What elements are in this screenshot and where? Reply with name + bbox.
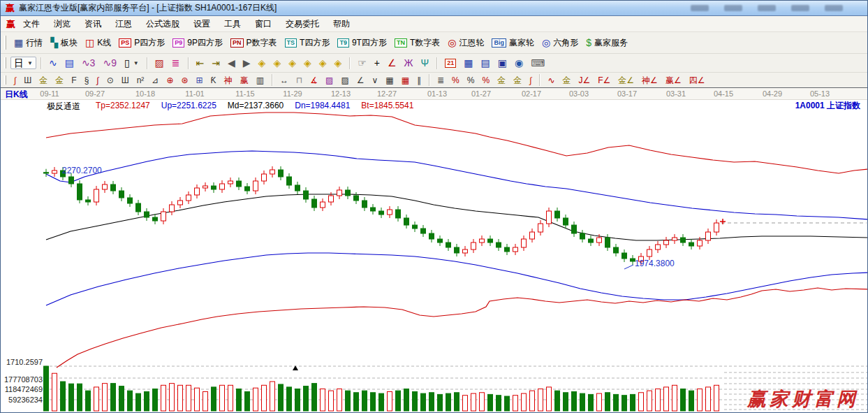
spiral-tool[interactable]: § — [81, 75, 93, 86]
quotes-button[interactable]: ▦行情 — [10, 36, 46, 50]
menu-item-settings[interactable]: 设置 — [187, 17, 216, 31]
winner-wheel-button[interactable]: Big赢家轮 — [488, 36, 538, 50]
sketch-tool[interactable]: ∿ — [45, 57, 61, 69]
menu-item-trade[interactable]: 交易委托 — [279, 17, 325, 31]
t-digit-table-button[interactable]: TNT数字表 — [391, 36, 443, 50]
trend-angle-tool[interactable]: ∠ — [353, 75, 368, 86]
gold-grid2-tool[interactable]: 金 — [52, 75, 67, 86]
percent-line-tool[interactable]: % — [448, 75, 463, 86]
9t-square-button[interactable]: T99T四方形 — [334, 36, 390, 50]
menu-item-formula-pick[interactable]: 公式选股 — [140, 17, 186, 31]
f-grid-tool[interactable]: F — [68, 75, 80, 86]
gold-angle-tool[interactable]: 金∠ — [615, 75, 638, 86]
web-button[interactable]: ◉ — [511, 57, 527, 69]
menu-item-file[interactable]: 文件 — [17, 17, 46, 31]
p-square-button[interactable]: PSP四方形 — [115, 36, 168, 50]
gann-diamond-left-button[interactable]: ◈ — [255, 57, 270, 69]
ying-tool[interactable]: 赢 — [237, 75, 252, 86]
gann-diamond-star-button[interactable]: ◈ — [316, 57, 330, 69]
crosshair-tool[interactable]: + — [371, 57, 383, 69]
percent-retrace-tool[interactable]: % — [478, 75, 493, 86]
gann-diamond-x-button[interactable]: ◈ — [300, 57, 315, 69]
angle-measure-tool[interactable]: ∠ — [384, 57, 400, 69]
hand-tool[interactable]: ☞ — [354, 57, 370, 69]
gann-fan-dark-tool[interactable]: ▨ — [337, 75, 352, 86]
matrix-grid-tool[interactable]: ▦ — [382, 75, 397, 86]
level-scale-tool[interactable]: ≣ — [434, 75, 448, 86]
kline-chart-canvas[interactable] — [1, 88, 867, 412]
menu-item-browse[interactable]: 浏览 — [47, 17, 77, 31]
menu-item-gann[interactable]: 江恩 — [109, 17, 138, 31]
gold-level-tool[interactable]: 金 — [510, 75, 525, 86]
toolbar-grip[interactable] — [4, 57, 6, 69]
p-digit-table-button[interactable]: PNP数字表 — [227, 36, 281, 50]
gann-diamond-right-button[interactable]: ◈ — [270, 57, 284, 69]
frame-tool[interactable]: ⊓ — [293, 75, 306, 86]
time-cycle-tool[interactable]: ⊙ — [103, 75, 117, 86]
n2-grid-tool[interactable]: n² — [133, 75, 148, 86]
mirror-angle-tool[interactable]: ⊿ — [148, 75, 162, 86]
chip-distribution-tool[interactable]: ▨ — [152, 57, 168, 69]
kline-button[interactable]: ◫K线 — [82, 36, 115, 50]
toolbar-grip[interactable] — [4, 75, 6, 85]
cycle-shape-tool[interactable]: Ψ — [418, 57, 433, 69]
next-bar-button[interactable]: ▶ — [240, 57, 254, 69]
brush-tool[interactable]: ∫ — [526, 75, 535, 86]
first-bar-button[interactable]: ⇤ — [193, 57, 208, 69]
9p-square-button[interactable]: P99P四方形 — [169, 36, 226, 50]
pen-chart-tool[interactable]: ∫ — [93, 75, 102, 86]
menu-item-help[interactable]: 帮助 — [327, 17, 356, 31]
volume-profile-tool[interactable]: ≣ — [168, 57, 184, 69]
parallel-lines-tool[interactable]: ∥ — [413, 75, 425, 86]
menu-item-window[interactable]: 窗口 — [249, 17, 278, 31]
menu-item-news[interactable]: 资讯 — [78, 17, 108, 31]
winner-service-button[interactable]: $赢家服务 — [582, 36, 631, 50]
gann-fan-purple-tool[interactable]: ▨ — [322, 75, 337, 86]
memo-button[interactable]: ▤ — [477, 57, 493, 69]
shen-angle-tool[interactable]: 神∠ — [638, 75, 661, 86]
target-tool[interactable]: ⊕ — [163, 75, 177, 86]
candle-style-dropdown[interactable]: ▯▼ — [121, 57, 142, 69]
ruler-tool[interactable]: ▥ — [253, 75, 267, 86]
wave3-tool[interactable]: ∿3 — [78, 57, 99, 69]
titlebar[interactable]: 赢 赢家江恩专业版[赢家内部服务平台] - [上证指数 SH1A0001-167… — [1, 1, 867, 16]
gold-grid-tool[interactable]: 金 — [36, 75, 51, 86]
comb2-tool[interactable]: Ш — [118, 75, 133, 86]
wave9-tool[interactable]: ∿9 — [99, 57, 120, 69]
si-angle-tool[interactable]: 四∠ — [686, 75, 709, 86]
measure-tool[interactable]: ↔ — [277, 75, 292, 86]
pen-tool[interactable]: ∫ — [10, 75, 20, 86]
workstation-button[interactable]: ⌨ — [527, 57, 548, 69]
gann-diamond-h-button[interactable]: ◈ — [285, 57, 300, 69]
percent-tool[interactable]: % — [464, 75, 478, 86]
gann-wheel-button[interactable]: ◎江恩轮 — [444, 36, 487, 50]
gold-box-tool[interactable]: 金 — [559, 75, 574, 86]
gann-fan-red-tool[interactable]: ∡ — [307, 75, 321, 86]
period-day-dropdown[interactable]: 日▼ — [10, 57, 36, 69]
last-bar-button[interactable]: ⇥ — [208, 57, 223, 69]
matrix-grid-red-tool[interactable]: ▦ — [398, 75, 413, 86]
star-web-tool[interactable]: ⊛ — [177, 75, 191, 86]
gold-circle-tool[interactable]: 金 — [494, 75, 509, 86]
comb-grid-tool[interactable]: Ш — [20, 75, 35, 86]
note-tool[interactable]: ▤ — [61, 57, 78, 69]
gann-shape-tool[interactable]: Ж — [401, 57, 417, 69]
v-wave-tool[interactable]: ∨ — [369, 75, 382, 86]
calculator-button[interactable]: ▦ — [460, 57, 476, 69]
j-angle-tool[interactable]: J∠ — [575, 75, 594, 86]
gann-diamond-all-button[interactable]: ◈ — [331, 57, 346, 69]
f-angle-tool[interactable]: F∠ — [594, 75, 614, 86]
toolbar-grip[interactable] — [4, 36, 6, 50]
web-grid-tool[interactable]: ⊞ — [193, 75, 207, 86]
t-square-button[interactable]: TST四方形 — [281, 36, 334, 50]
k-extend-tool[interactable]: Ƙ — [207, 75, 220, 86]
shen-tool[interactable]: 神 — [221, 75, 236, 86]
wave-box-tool[interactable]: ∿ — [544, 75, 558, 86]
hexagon-button[interactable]: ◎六角形 — [538, 36, 582, 50]
calendar-button[interactable]: 21 — [441, 57, 459, 69]
sectors-button[interactable]: ▚板块 — [47, 36, 81, 50]
menu-item-tools[interactable]: 工具 — [218, 17, 247, 31]
save-button[interactable]: ▣ — [494, 57, 510, 69]
prev-bar-button[interactable]: ◀ — [224, 57, 239, 69]
ying-angle-tool[interactable]: 赢∠ — [662, 75, 685, 86]
